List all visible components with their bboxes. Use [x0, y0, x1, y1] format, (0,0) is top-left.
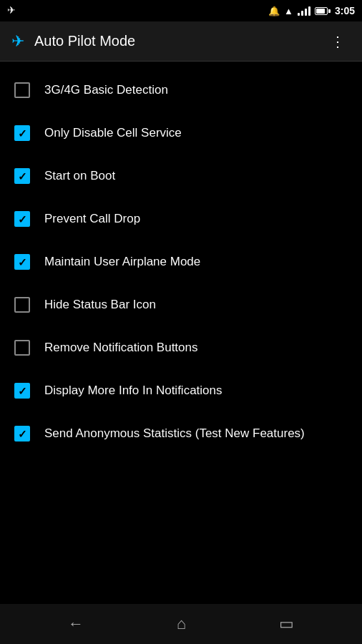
app-bar-title: Auto Pilot Mode: [34, 33, 325, 49]
setting-item-only-disable-cell-service[interactable]: Only Disable Cell Service: [0, 112, 362, 155]
checkbox-prevent-call-drop[interactable]: [14, 211, 30, 227]
label-3g4g-basic-detection: 3G/4G Basic Detection: [44, 82, 168, 98]
setting-item-send-anonymous-statistics[interactable]: Send Anonymous Statistics (Test New Feat…: [0, 412, 362, 455]
label-hide-status-bar-icon: Hide Status Bar Icon: [44, 297, 156, 313]
checkbox-hide-status-bar-icon[interactable]: [14, 297, 30, 313]
setting-item-prevent-call-drop[interactable]: Prevent Call Drop: [0, 197, 362, 240]
label-display-more-info-in-notifications: Display More Info In Notifications: [44, 383, 222, 399]
label-maintain-user-airplane-mode: Maintain User Airplane Mode: [44, 254, 200, 270]
notification-icon: 🔔: [268, 6, 280, 16]
app-bar: ✈ Auto Pilot Mode ⋮: [0, 21, 362, 62]
checkbox-start-on-boot[interactable]: [14, 168, 30, 184]
back-button[interactable]: ←: [68, 615, 84, 633]
setting-item-3g4g-basic-detection[interactable]: 3G/4G Basic Detection: [0, 69, 362, 112]
checkbox-maintain-user-airplane-mode[interactable]: [14, 254, 30, 270]
wifi-icon: ▲: [284, 6, 293, 16]
checkbox-remove-notification-buttons[interactable]: [14, 340, 30, 356]
overflow-menu-button[interactable]: ⋮: [325, 27, 351, 56]
checkbox-display-more-info-in-notifications[interactable]: [14, 383, 30, 399]
label-send-anonymous-statistics: Send Anonymous Statistics (Test New Feat…: [44, 426, 305, 441]
battery-icon: [315, 7, 328, 15]
recents-button[interactable]: ▭: [279, 615, 294, 633]
checkbox-send-anonymous-statistics[interactable]: [14, 426, 30, 441]
home-button[interactable]: ⌂: [177, 615, 186, 633]
signal-icon: [298, 6, 310, 16]
airplane-mode-status-icon: ✈: [7, 4, 16, 16]
label-only-disable-cell-service: Only Disable Cell Service: [44, 125, 182, 141]
label-remove-notification-buttons: Remove Notification Buttons: [44, 340, 198, 356]
settings-list: 3G/4G Basic DetectionOnly Disable Cell S…: [0, 62, 362, 462]
status-bar: ✈ 🔔 ▲ 3:05: [0, 0, 362, 21]
checkbox-3g4g-basic-detection[interactable]: [14, 82, 30, 98]
app-bar-airplane-icon: ✈: [11, 32, 24, 51]
setting-item-start-on-boot[interactable]: Start on Boot: [0, 155, 362, 197]
setting-item-remove-notification-buttons[interactable]: Remove Notification Buttons: [0, 326, 362, 369]
checkbox-only-disable-cell-service[interactable]: [14, 125, 30, 141]
label-start-on-boot: Start on Boot: [44, 168, 115, 184]
setting-item-hide-status-bar-icon[interactable]: Hide Status Bar Icon: [0, 283, 362, 326]
setting-item-display-more-info-in-notifications[interactable]: Display More Info In Notifications: [0, 369, 362, 412]
status-time: 3:05: [335, 5, 355, 16]
navigation-bar: ← ⌂ ▭: [0, 604, 362, 644]
label-prevent-call-drop: Prevent Call Drop: [44, 211, 140, 227]
setting-item-maintain-user-airplane-mode[interactable]: Maintain User Airplane Mode: [0, 240, 362, 283]
